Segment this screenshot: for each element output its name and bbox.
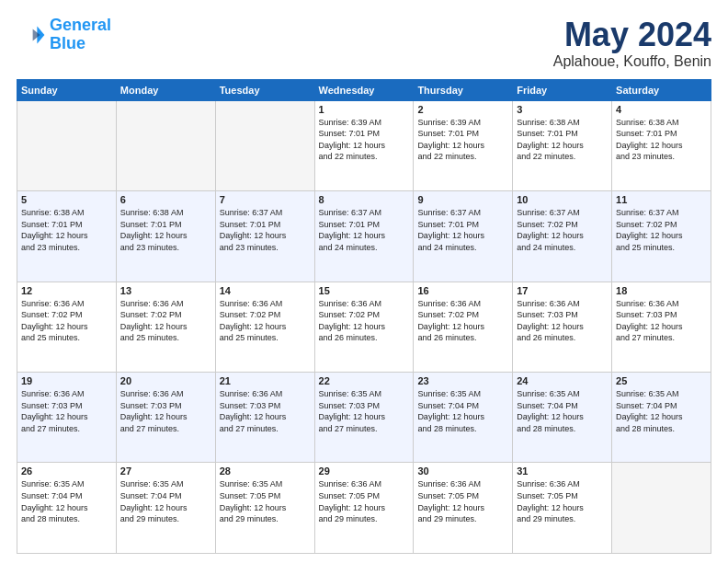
day-info: Sunrise: 6:37 AM Sunset: 7:01 PM Dayligh…	[417, 207, 508, 253]
calendar-cell: 22Sunrise: 6:35 AM Sunset: 7:03 PM Dayli…	[314, 373, 414, 463]
calendar-header-row: SundayMondayTuesdayWednesdayThursdayFrid…	[17, 79, 711, 100]
calendar-cell: 7Sunrise: 6:37 AM Sunset: 7:01 PM Daylig…	[215, 191, 314, 282]
calendar-cell: 5Sunrise: 6:38 AM Sunset: 7:01 PM Daylig…	[17, 191, 117, 282]
calendar-cell: 29Sunrise: 6:36 AM Sunset: 7:05 PM Dayli…	[314, 463, 414, 554]
day-info: Sunrise: 6:36 AM Sunset: 7:05 PM Dayligh…	[319, 478, 410, 524]
calendar-cell: 6Sunrise: 6:38 AM Sunset: 7:01 PM Daylig…	[116, 191, 215, 282]
page: General Blue May 2024 Aplahoue, Kouffo, …	[0, 0, 728, 563]
subtitle: Aplahoue, Kouffo, Benin	[553, 53, 711, 70]
day-info: Sunrise: 6:36 AM Sunset: 7:02 PM Dayligh…	[417, 298, 508, 344]
day-number: 5	[21, 194, 112, 205]
day-info: Sunrise: 6:36 AM Sunset: 7:03 PM Dayligh…	[220, 388, 311, 434]
calendar-cell: 30Sunrise: 6:36 AM Sunset: 7:05 PM Dayli…	[414, 463, 513, 554]
day-info: Sunrise: 6:35 AM Sunset: 7:04 PM Dayligh…	[21, 478, 112, 524]
day-info: Sunrise: 6:35 AM Sunset: 7:04 PM Dayligh…	[616, 388, 707, 434]
day-number: 16	[417, 285, 508, 296]
day-info: Sunrise: 6:38 AM Sunset: 7:01 PM Dayligh…	[616, 117, 707, 163]
day-info: Sunrise: 6:35 AM Sunset: 7:04 PM Dayligh…	[120, 478, 211, 524]
calendar-cell: 1Sunrise: 6:39 AM Sunset: 7:01 PM Daylig…	[314, 100, 414, 190]
day-info: Sunrise: 6:36 AM Sunset: 7:03 PM Dayligh…	[517, 298, 608, 344]
day-number: 26	[21, 465, 112, 477]
day-info: Sunrise: 6:36 AM Sunset: 7:05 PM Dayligh…	[417, 478, 508, 524]
week-row-4: 26Sunrise: 6:35 AM Sunset: 7:04 PM Dayli…	[17, 463, 711, 554]
day-number: 29	[319, 465, 410, 477]
calendar-cell: 24Sunrise: 6:35 AM Sunset: 7:04 PM Dayli…	[513, 373, 612, 463]
calendar-cell: 26Sunrise: 6:35 AM Sunset: 7:04 PM Dayli…	[17, 463, 117, 554]
week-row-0: 1Sunrise: 6:39 AM Sunset: 7:01 PM Daylig…	[17, 100, 711, 190]
calendar-cell: 25Sunrise: 6:35 AM Sunset: 7:04 PM Dayli…	[612, 373, 711, 463]
calendar-cell: 10Sunrise: 6:37 AM Sunset: 7:02 PM Dayli…	[513, 191, 612, 282]
day-info: Sunrise: 6:38 AM Sunset: 7:01 PM Dayligh…	[120, 207, 211, 253]
day-number: 31	[517, 465, 608, 477]
day-info: Sunrise: 6:36 AM Sunset: 7:02 PM Dayligh…	[220, 298, 311, 344]
calendar-cell	[215, 100, 314, 190]
calendar-cell: 13Sunrise: 6:36 AM Sunset: 7:02 PM Dayli…	[116, 282, 215, 372]
calendar-cell: 18Sunrise: 6:36 AM Sunset: 7:03 PM Dayli…	[612, 282, 711, 372]
calendar-cell	[116, 100, 215, 190]
day-info: Sunrise: 6:36 AM Sunset: 7:02 PM Dayligh…	[319, 298, 410, 344]
week-row-1: 5Sunrise: 6:38 AM Sunset: 7:01 PM Daylig…	[17, 191, 711, 282]
day-number: 14	[220, 285, 311, 296]
logo-general: General	[50, 16, 111, 34]
logo-icon	[17, 20, 46, 50]
day-number: 30	[417, 465, 508, 477]
calendar-cell: 8Sunrise: 6:37 AM Sunset: 7:01 PM Daylig…	[314, 191, 414, 282]
day-number: 3	[517, 104, 608, 115]
day-number: 9	[417, 194, 508, 205]
day-info: Sunrise: 6:37 AM Sunset: 7:02 PM Dayligh…	[517, 207, 608, 253]
day-number: 18	[616, 285, 707, 296]
day-header-sunday: Sunday	[17, 79, 117, 100]
calendar-cell	[612, 463, 711, 554]
day-number: 24	[517, 375, 608, 386]
calendar-cell: 4Sunrise: 6:38 AM Sunset: 7:01 PM Daylig…	[612, 100, 711, 190]
day-info: Sunrise: 6:37 AM Sunset: 7:02 PM Dayligh…	[616, 207, 707, 253]
day-header-friday: Friday	[513, 79, 612, 100]
day-info: Sunrise: 6:36 AM Sunset: 7:03 PM Dayligh…	[21, 388, 112, 434]
day-number: 10	[517, 194, 608, 205]
calendar-cell: 23Sunrise: 6:35 AM Sunset: 7:04 PM Dayli…	[414, 373, 513, 463]
day-number: 27	[120, 465, 211, 477]
calendar-cell: 9Sunrise: 6:37 AM Sunset: 7:01 PM Daylig…	[414, 191, 513, 282]
day-info: Sunrise: 6:39 AM Sunset: 7:01 PM Dayligh…	[319, 117, 410, 163]
day-number: 8	[319, 194, 410, 205]
day-number: 21	[220, 375, 311, 386]
week-row-3: 19Sunrise: 6:36 AM Sunset: 7:03 PM Dayli…	[17, 373, 711, 463]
day-header-saturday: Saturday	[612, 79, 711, 100]
calendar-cell: 17Sunrise: 6:36 AM Sunset: 7:03 PM Dayli…	[513, 282, 612, 372]
day-number: 22	[319, 375, 410, 386]
day-number: 6	[120, 194, 211, 205]
day-number: 4	[616, 104, 707, 115]
day-number: 19	[21, 375, 112, 386]
day-header-tuesday: Tuesday	[215, 79, 314, 100]
logo: General Blue	[17, 17, 111, 53]
day-header-monday: Monday	[116, 79, 215, 100]
day-number: 11	[616, 194, 707, 205]
day-info: Sunrise: 6:38 AM Sunset: 7:01 PM Dayligh…	[517, 117, 608, 163]
day-number: 1	[319, 104, 410, 115]
day-info: Sunrise: 6:36 AM Sunset: 7:02 PM Dayligh…	[21, 298, 112, 344]
calendar-cell: 16Sunrise: 6:36 AM Sunset: 7:02 PM Dayli…	[414, 282, 513, 372]
day-info: Sunrise: 6:35 AM Sunset: 7:04 PM Dayligh…	[417, 388, 508, 434]
day-number: 15	[319, 285, 410, 296]
day-number: 2	[417, 104, 508, 115]
title-block: May 2024 Aplahoue, Kouffo, Benin	[553, 17, 711, 70]
day-number: 12	[21, 285, 112, 296]
day-number: 23	[417, 375, 508, 386]
day-info: Sunrise: 6:36 AM Sunset: 7:03 PM Dayligh…	[120, 388, 211, 434]
calendar-cell: 15Sunrise: 6:36 AM Sunset: 7:02 PM Dayli…	[314, 282, 414, 372]
day-number: 28	[220, 465, 311, 477]
day-info: Sunrise: 6:36 AM Sunset: 7:02 PM Dayligh…	[120, 298, 211, 344]
calendar-cell: 11Sunrise: 6:37 AM Sunset: 7:02 PM Dayli…	[612, 191, 711, 282]
logo-text: General Blue	[50, 17, 111, 53]
calendar-cell: 12Sunrise: 6:36 AM Sunset: 7:02 PM Dayli…	[17, 282, 117, 372]
calendar-cell: 20Sunrise: 6:36 AM Sunset: 7:03 PM Dayli…	[116, 373, 215, 463]
header: General Blue May 2024 Aplahoue, Kouffo, …	[17, 17, 711, 70]
day-info: Sunrise: 6:36 AM Sunset: 7:05 PM Dayligh…	[517, 478, 608, 524]
day-info: Sunrise: 6:35 AM Sunset: 7:04 PM Dayligh…	[517, 388, 608, 434]
week-row-2: 12Sunrise: 6:36 AM Sunset: 7:02 PM Dayli…	[17, 282, 711, 372]
main-title: May 2024	[553, 17, 711, 53]
calendar-cell	[17, 100, 117, 190]
day-info: Sunrise: 6:37 AM Sunset: 7:01 PM Dayligh…	[319, 207, 410, 253]
day-number: 25	[616, 375, 707, 386]
calendar-cell: 3Sunrise: 6:38 AM Sunset: 7:01 PM Daylig…	[513, 100, 612, 190]
